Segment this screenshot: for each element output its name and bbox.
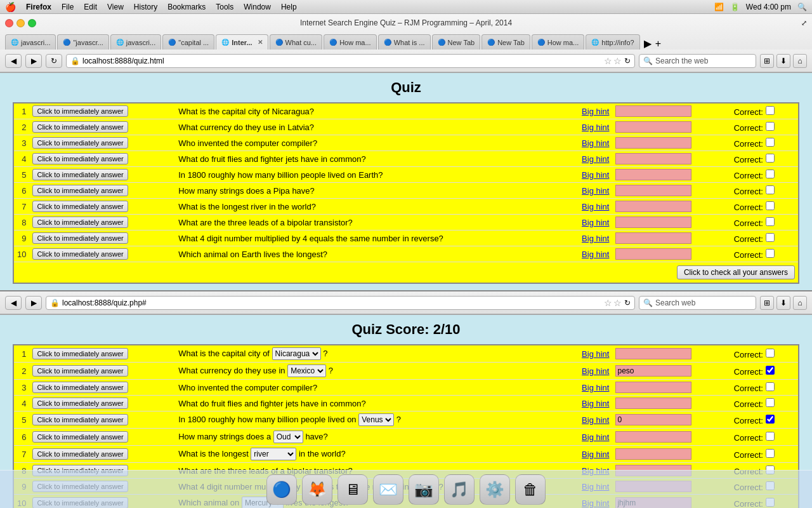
add-tab-btn[interactable]: + — [655, 38, 661, 50]
hint-link2-2[interactable]: Big hint — [582, 366, 609, 376]
back-btn-2[interactable]: ◀ — [5, 296, 22, 310]
correct-check2-3[interactable] — [766, 382, 775, 391]
dock-firefox[interactable]: 🦊 — [302, 474, 332, 505]
answer-input-8[interactable] — [615, 217, 691, 228]
answer-btn-2[interactable]: Click to immediately answer — [32, 121, 128, 133]
dock-photos[interactable]: 📷 — [409, 474, 439, 505]
hint-link-2[interactable]: Big hint — [582, 123, 609, 132]
hint-link-5[interactable]: Big hint — [582, 170, 609, 180]
hint-link-3[interactable]: Big hint — [582, 138, 609, 148]
apple-menu[interactable]: 🍎 — [5, 2, 16, 12]
bookmark-star-2b[interactable]: ☆ — [613, 298, 622, 308]
menu-history[interactable]: History — [134, 3, 157, 11]
answer-btn2-1[interactable]: Click to immediately answer — [32, 348, 128, 359]
maximize-btn[interactable] — [28, 19, 36, 27]
tab-4[interactable]: 🔵"capital ... — [162, 34, 214, 50]
correct-check-10[interactable] — [766, 249, 775, 258]
search-bar-2[interactable]: 🔍 Search web — [639, 296, 756, 310]
tab-7[interactable]: 🔵How ma... — [324, 34, 377, 50]
reload-small-2[interactable]: ↻ — [624, 298, 631, 307]
sidebar-btn-2[interactable]: ⊞ — [760, 296, 774, 310]
menu-window[interactable]: Window — [244, 3, 271, 11]
answer-input-3[interactable] — [615, 137, 691, 149]
answer-input-6[interactable] — [615, 185, 691, 196]
download-btn-2[interactable]: ⬇ — [776, 296, 790, 310]
minimize-btn[interactable] — [16, 19, 25, 27]
reload-small[interactable]: ↻ — [624, 57, 631, 65]
download-btn[interactable]: ⬇ — [776, 54, 790, 68]
correct-check2-5[interactable] — [766, 415, 775, 424]
answer-btn2-2[interactable]: Click to immediately answer — [32, 365, 128, 377]
bookmark-star2[interactable]: ☆ — [613, 56, 622, 66]
dropdown-5[interactable]: VenusEarth — [358, 413, 394, 426]
answer-input-10[interactable] — [615, 248, 691, 260]
answer-input-2[interactable] — [615, 121, 691, 133]
answer-input2-5[interactable] — [615, 414, 691, 425]
dock-settings[interactable]: ⚙️ — [480, 474, 510, 505]
answer-btn-7[interactable]: Click to immediately answer — [32, 201, 128, 212]
answer-btn-3[interactable]: Click to immediately answer — [32, 137, 128, 149]
bookmark-star[interactable]: ☆ — [604, 56, 612, 66]
tab-5-active[interactable]: 🌐Inter...✕ — [216, 34, 268, 50]
correct-check-7[interactable] — [766, 201, 775, 210]
tab-2[interactable]: 🔵"javascr... — [57, 34, 108, 50]
correct-check2-4[interactable] — [766, 398, 775, 407]
spotlight-icon[interactable]: 🔍 — [797, 3, 807, 11]
hint-link-9[interactable]: Big hint — [582, 234, 609, 243]
menu-help[interactable]: Help — [281, 3, 297, 11]
answer-btn2-6[interactable]: Click to immediately answer — [32, 431, 128, 443]
bookmark-star-2a[interactable]: ☆ — [604, 298, 612, 308]
hint-link2-3[interactable]: Big hint — [582, 383, 609, 392]
answer-btn2-3[interactable]: Click to immediately answer — [32, 382, 128, 393]
answer-input2-2[interactable] — [615, 365, 691, 377]
answer-btn-5[interactable]: Click to immediately answer — [32, 169, 128, 180]
answer-input-7[interactable] — [615, 201, 691, 212]
hint-link2-1[interactable]: Big hint — [582, 349, 609, 359]
dock-terminal[interactable]: 🖥 — [337, 474, 368, 505]
answer-input2-7[interactable] — [615, 448, 691, 460]
hint-link2-5[interactable]: Big hint — [582, 415, 609, 425]
hint-link-4[interactable]: Big hint — [582, 154, 609, 164]
tab-1[interactable]: 🌐javascri... — [5, 34, 56, 50]
close-btn[interactable] — [5, 19, 13, 27]
address-bar-2[interactable]: 🔒 localhost:8888/quiz.php# ☆ ☆ ↻ — [46, 296, 635, 310]
correct-check2-7[interactable] — [766, 449, 775, 458]
answer-btn-10[interactable]: Click to immediately answer — [32, 248, 128, 260]
tab-9[interactable]: 🔵New Tab — [432, 34, 481, 50]
dock-trash[interactable]: 🗑 — [515, 474, 546, 505]
forward-btn-2[interactable]: ▶ — [25, 296, 42, 310]
address-bar-1[interactable]: 🔒 localhost:8888/quiz.html ☆ ☆ ↻ — [66, 54, 635, 68]
correct-check-6[interactable] — [766, 185, 775, 194]
menu-file[interactable]: File — [62, 3, 74, 11]
answer-input-4[interactable] — [615, 153, 691, 164]
tab-10[interactable]: 🔵New Tab — [481, 34, 530, 50]
hint-link2-6[interactable]: Big hint — [582, 432, 609, 442]
dock-finder[interactable]: 🔵 — [266, 474, 297, 505]
reload-btn[interactable]: ↻ — [46, 54, 62, 68]
dropdown-7[interactable]: rivermountain — [251, 448, 296, 460]
hint-link-7[interactable]: Big hint — [582, 202, 609, 211]
answer-btn2-4[interactable]: Click to immediately answer — [32, 398, 128, 409]
correct-check-9[interactable] — [766, 233, 775, 242]
correct-check2-1[interactable] — [766, 349, 775, 358]
check-all-btn-1[interactable]: Click to check all your answers — [677, 265, 795, 279]
answer-btn2-5[interactable]: Click to immediately answer — [32, 414, 128, 425]
answer-btn-1[interactable]: Click to immediately answer — [32, 105, 128, 117]
tab-3[interactable]: 🌐javascri... — [110, 34, 161, 50]
correct-check-4[interactable] — [766, 154, 775, 163]
forward-btn[interactable]: ▶ — [25, 54, 42, 68]
home-btn-2[interactable]: ⌂ — [793, 296, 807, 310]
home-btn[interactable]: ⌂ — [793, 54, 807, 68]
hint-link-8[interactable]: Big hint — [582, 218, 609, 227]
tab-6[interactable]: 🔵What cu... — [270, 34, 323, 50]
menu-view[interactable]: View — [107, 3, 124, 11]
answer-btn-6[interactable]: Click to immediately answer — [32, 185, 128, 196]
answer-input-9[interactable] — [615, 232, 691, 244]
dock-music[interactable]: 🎵 — [444, 474, 475, 505]
hint-link2-7[interactable]: Big hint — [582, 450, 609, 459]
hint-link-1[interactable]: Big hint — [582, 107, 609, 116]
resize-icon[interactable]: ⤢ — [801, 19, 807, 27]
dropdown-6[interactable]: OudPipa — [273, 431, 303, 443]
new-tab-btn[interactable]: ▶ — [644, 37, 652, 50]
menu-bookmarks[interactable]: Bookmarks — [167, 3, 206, 11]
